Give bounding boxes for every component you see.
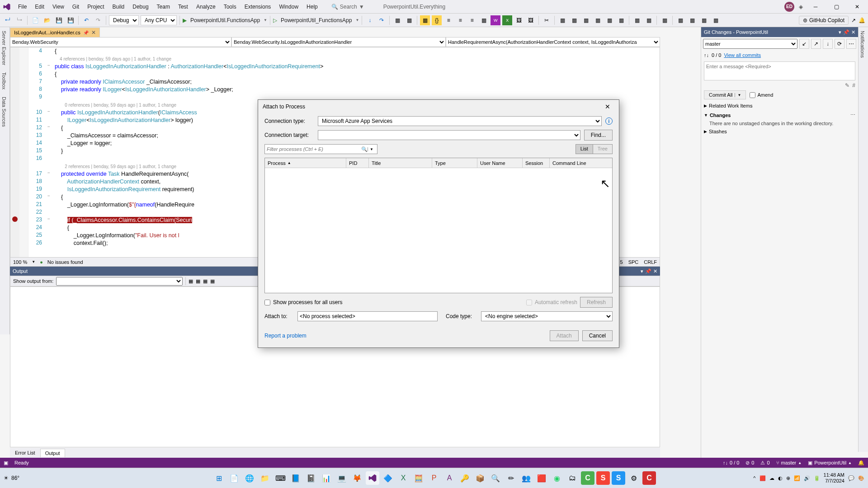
- taskbar-app-icon[interactable]: 🌐: [243, 471, 256, 485]
- new-project-icon[interactable]: 📄: [30, 15, 40, 25]
- nav-project-dropdown[interactable]: Benday.WebSecurity: [10, 37, 231, 47]
- col-pid[interactable]: PID: [346, 158, 369, 168]
- filter-processes-box[interactable]: 🔍 ▼: [264, 144, 377, 154]
- clock-time[interactable]: 11:48 AM: [824, 472, 844, 478]
- tray-icon[interactable]: ◐: [778, 475, 783, 481]
- tree-view-button[interactable]: Tree: [593, 145, 612, 154]
- taskbar-app-icon[interactable]: C: [642, 471, 656, 485]
- tb-icon[interactable]: ▦: [616, 15, 626, 25]
- amend-input[interactable]: [750, 92, 755, 98]
- clock-date[interactable]: 7/7/2024: [824, 478, 844, 484]
- taskbar-app-icon[interactable]: 📦: [473, 471, 487, 485]
- taskbar-app-icon[interactable]: ⌨: [274, 471, 287, 485]
- taskbar-vs-icon[interactable]: [366, 471, 379, 485]
- chevron-down-icon[interactable]: ▼: [355, 18, 359, 22]
- cancel-button[interactable]: Cancel: [582, 330, 613, 341]
- rail-notifications[interactable]: Notifications: [859, 27, 867, 61]
- tray-icon[interactable]: ⊕: [786, 475, 790, 481]
- save-all-icon[interactable]: 💾: [66, 15, 75, 25]
- sync-button[interactable]: ⟳: [835, 39, 844, 49]
- nav-back-icon[interactable]: ⮠: [3, 15, 13, 25]
- taskbar-app-icon[interactable]: 🔑: [458, 471, 472, 485]
- menu-team[interactable]: Team: [153, 2, 174, 12]
- pull-button[interactable]: ↗: [811, 39, 821, 49]
- taskbar-app-icon[interactable]: S: [596, 471, 610, 485]
- copilot-diamond-icon[interactable]: ◈: [799, 4, 803, 10]
- amend-checkbox[interactable]: Amend: [750, 92, 773, 98]
- tb-icon[interactable]: ▦: [196, 278, 200, 284]
- tb-icon[interactable]: ▦: [404, 15, 414, 25]
- menu-view[interactable]: View: [49, 2, 68, 12]
- changes-section[interactable]: ▼ Changes ⋯: [701, 110, 858, 120]
- tb-icon[interactable]: ▦: [392, 15, 402, 25]
- tb-icon[interactable]: ▦: [557, 15, 567, 25]
- rail-toolbox[interactable]: Toolbox: [0, 69, 8, 93]
- taskbar-app-icon[interactable]: 🟥: [535, 471, 548, 485]
- menu-test[interactable]: Test: [175, 2, 192, 12]
- tb-icon[interactable]: ▦: [189, 278, 193, 284]
- connection-target-dropdown[interactable]: [318, 130, 580, 140]
- user-avatar[interactable]: ED: [784, 2, 794, 12]
- hash-icon[interactable]: #: [852, 82, 855, 89]
- commit-all-button[interactable]: Commit All ▼: [704, 90, 746, 99]
- rail-server-explorer[interactable]: Server Explorer: [0, 27, 8, 69]
- rail-data-sources[interactable]: Data Sources: [0, 93, 8, 131]
- notification-icon[interactable]: 💬: [848, 475, 854, 481]
- tb-icon[interactable]: ▦: [581, 15, 591, 25]
- share-icon[interactable]: ↗: [851, 17, 856, 23]
- tb-icon[interactable]: ▦: [632, 15, 642, 25]
- tb-icon[interactable]: ▦: [210, 278, 215, 284]
- error-count[interactable]: ⊘0: [745, 460, 754, 466]
- issues-status[interactable]: No issues found: [47, 259, 83, 265]
- menu-help[interactable]: Help: [303, 2, 321, 12]
- nav-class-dropdown[interactable]: Benday.WebSecurity.IsLoggedInAuthorizati…: [231, 37, 446, 47]
- menu-git[interactable]: Git: [69, 2, 83, 12]
- start-debug-icon[interactable]: ▶: [183, 17, 187, 23]
- tb-icon[interactable]: W: [491, 15, 500, 25]
- tab-output[interactable]: Output: [40, 449, 65, 457]
- taskbar-app-icon[interactable]: 📘: [289, 471, 302, 485]
- stashes-section[interactable]: ▶ Stashes: [701, 127, 858, 136]
- tb-icon[interactable]: ▦: [699, 15, 709, 25]
- tb-icon[interactable]: ▦: [604, 15, 614, 25]
- col-username[interactable]: User Name: [477, 158, 523, 168]
- zoom-level[interactable]: 100 %: [13, 259, 27, 265]
- tb-icon[interactable]: ≡: [443, 15, 453, 25]
- commit-message-input[interactable]: [704, 61, 855, 80]
- bell-icon[interactable]: 🔔: [859, 17, 865, 23]
- menu-file[interactable]: File: [14, 2, 30, 12]
- pin-icon[interactable]: 📌: [843, 29, 849, 35]
- menu-debug[interactable]: Debug: [129, 2, 152, 12]
- col-process[interactable]: Process▲: [265, 158, 346, 168]
- taskbar-app-icon[interactable]: ✏: [504, 471, 518, 485]
- list-view-button[interactable]: List: [576, 145, 593, 154]
- taskbar-app-icon[interactable]: A: [443, 471, 456, 485]
- step-over-icon[interactable]: ↷: [377, 15, 387, 25]
- nav-fwd-icon[interactable]: ⮡: [14, 15, 24, 25]
- tb-icon[interactable]: ▦: [569, 15, 579, 25]
- taskbar-app-icon[interactable]: 🔷: [381, 471, 395, 485]
- tb-icon[interactable]: X: [502, 15, 512, 25]
- wifi-icon[interactable]: 📶: [794, 475, 800, 481]
- menu-edit[interactable]: Edit: [31, 2, 48, 12]
- search-box[interactable]: 🔍 Search ▼: [331, 4, 364, 10]
- ai-icon[interactable]: ✎: [845, 82, 849, 89]
- menu-tools[interactable]: Tools: [220, 2, 240, 12]
- bell-icon[interactable]: 🔔: [858, 460, 864, 466]
- chevron-down-icon[interactable]: ▼: [368, 147, 375, 151]
- pin-icon[interactable]: 📌: [645, 268, 651, 274]
- redo-icon[interactable]: ↷: [93, 15, 103, 25]
- taskbar-app-icon[interactable]: ⚙: [627, 471, 641, 485]
- pin-icon[interactable]: 📌: [83, 30, 89, 35]
- zoom-chevron-icon[interactable]: ▼: [32, 260, 35, 264]
- code-type-dropdown[interactable]: <No engine selected>: [481, 311, 613, 321]
- close-icon[interactable]: ✕: [653, 268, 657, 274]
- chevron-down-icon[interactable]: ▾: [839, 29, 841, 35]
- start-button[interactable]: ⊞: [212, 471, 226, 485]
- tray-icon[interactable]: ☁: [769, 475, 774, 481]
- attach-to-field[interactable]: [297, 311, 438, 321]
- tb-icon[interactable]: ▦: [675, 15, 685, 25]
- tab-error-list[interactable]: Error List: [10, 448, 40, 457]
- taskbar-app-icon[interactable]: P: [427, 471, 441, 485]
- breakpoint-gutter[interactable]: [10, 47, 19, 257]
